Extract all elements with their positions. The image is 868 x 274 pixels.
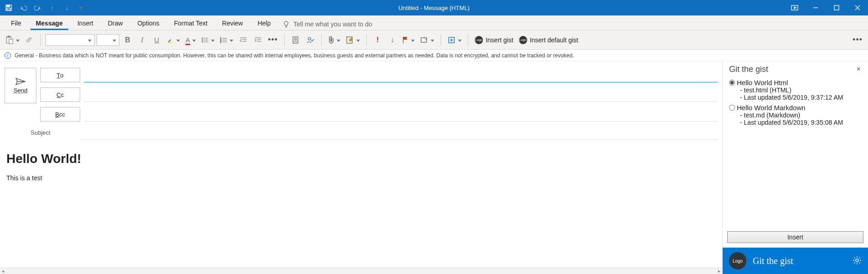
subject-field[interactable] <box>80 125 718 140</box>
title-bar: ↑ ↓ Untitled - Message (HTML) <box>0 0 868 15</box>
ribbon-overflow-button[interactable]: ••• <box>851 34 864 46</box>
highlight-button[interactable] <box>165 34 182 46</box>
numbering-button[interactable]: 123 <box>218 34 235 46</box>
tab-draw[interactable]: Draw <box>103 16 128 30</box>
to-button[interactable]: To <box>40 68 80 82</box>
undo-icon[interactable] <box>18 3 28 13</box>
tab-message[interactable]: Message <box>31 16 68 30</box>
tab-insert[interactable]: Insert <box>72 16 99 30</box>
panel-title: Git the gist <box>729 65 768 74</box>
tab-review[interactable]: Review <box>216 16 248 30</box>
bullets-button[interactable] <box>200 34 216 46</box>
ribbon-tabs: File Message Insert Draw Options Format … <box>0 15 868 30</box>
sensitivity-info-bar: i General - Business data which is NOT m… <box>0 50 868 61</box>
redo-icon[interactable] <box>33 3 43 13</box>
format-painter-button[interactable] <box>23 34 36 46</box>
svg-rect-1 <box>7 5 10 7</box>
horizontal-scrollbar[interactable]: ◄ ► <box>0 268 722 274</box>
panel-close-button[interactable]: × <box>854 64 863 74</box>
info-icon: i <box>5 52 11 59</box>
cc-field[interactable] <box>84 87 718 102</box>
compose-area: Send To Cc Bcc Subject Hello World! This… <box>0 61 722 274</box>
italic-button[interactable]: I <box>136 34 149 46</box>
svg-point-16 <box>202 40 203 41</box>
gist-file-label: test.html (HTML) <box>729 86 862 94</box>
svg-rect-12 <box>9 39 13 44</box>
decrease-indent-button[interactable] <box>237 34 250 46</box>
increase-indent-button[interactable] <box>252 34 264 46</box>
gist-file-label: test.md (Markdown) <box>729 112 862 119</box>
message-body[interactable]: Hello World! This is a test <box>5 140 718 186</box>
assign-policy-button[interactable] <box>418 34 436 46</box>
tell-me-search[interactable]: Tell me what you want to do <box>282 20 372 30</box>
svg-point-34 <box>308 37 311 40</box>
scroll-left-icon[interactable]: ◄ <box>1 269 5 274</box>
body-heading: Hello World! <box>6 152 716 166</box>
address-book-button[interactable] <box>289 34 302 46</box>
save-icon[interactable] <box>4 3 14 13</box>
bold-button[interactable]: B <box>121 34 134 46</box>
svg-point-14 <box>202 38 203 39</box>
ribbon-options-icon[interactable] <box>784 0 805 15</box>
settings-gear-icon[interactable] <box>853 256 862 266</box>
svg-rect-13 <box>168 42 172 43</box>
body-paragraph: This is a test <box>6 174 716 182</box>
gist-item[interactable]: Hello World Markdown test.md (Markdown) … <box>729 104 862 126</box>
attach-file-button[interactable] <box>326 34 342 46</box>
cc-button[interactable]: Cc <box>40 87 80 102</box>
underline-button[interactable]: U <box>150 34 163 46</box>
up-arrow-icon[interactable]: ↑ <box>47 3 57 13</box>
svg-rect-2 <box>7 8 10 10</box>
gist-radio[interactable] <box>729 80 735 86</box>
scroll-right-icon[interactable]: ► <box>717 269 721 274</box>
gist-item[interactable]: Hello World Html test.html (HTML) Last u… <box>729 79 862 101</box>
sensitivity-button[interactable] <box>446 34 463 46</box>
font-name-combo[interactable] <box>46 34 95 46</box>
paste-button[interactable] <box>4 34 21 46</box>
to-field[interactable] <box>84 68 718 82</box>
panel-insert-button[interactable]: Insert <box>727 231 863 243</box>
svg-rect-5 <box>834 5 839 10</box>
insert-default-gist-button[interactable]: Logo Insert default gist <box>517 34 580 46</box>
bcc-button[interactable]: Bcc <box>40 107 80 122</box>
gist-updated-label: Last updated 5/6/2019, 9:35:08 AM <box>729 119 862 126</box>
gist-title-label: Hello World Markdown <box>737 104 806 112</box>
info-text: General - Business data which is NOT mea… <box>15 52 574 59</box>
tab-help[interactable]: Help <box>252 16 276 30</box>
svg-point-18 <box>202 41 203 42</box>
send-button[interactable]: Send <box>5 68 36 103</box>
svg-point-33 <box>294 38 296 40</box>
footer-logo-icon: Logo <box>729 252 746 269</box>
close-button[interactable] <box>847 0 868 15</box>
subject-label: Subject <box>5 129 77 136</box>
high-importance-button[interactable]: ! <box>371 34 384 46</box>
insert-gist-button[interactable]: Logo Insert gist <box>473 34 515 46</box>
check-names-button[interactable] <box>304 34 317 46</box>
follow-up-button[interactable] <box>401 34 416 46</box>
gist-updated-label: Last updated 5/6/2019, 9:37:12 AM <box>729 94 862 101</box>
bcc-field[interactable] <box>84 107 718 122</box>
footer-title: Git the gist <box>753 256 793 266</box>
window-title: Untitled - Message (HTML) <box>398 5 469 11</box>
maximize-button[interactable] <box>826 0 847 15</box>
logo-icon: Logo <box>475 36 483 44</box>
signature-button[interactable] <box>344 34 362 46</box>
svg-text:3: 3 <box>220 41 221 43</box>
tab-file[interactable]: File <box>5 16 27 30</box>
tab-format-text[interactable]: Format Text <box>169 16 213 30</box>
font-color-button[interactable]: A <box>184 34 198 46</box>
gist-radio[interactable] <box>729 105 735 111</box>
low-importance-button[interactable]: ↓ <box>386 34 399 46</box>
addin-panel: Git the gist × Hello World Html test.htm… <box>722 61 868 274</box>
more-formatting-button[interactable]: ••• <box>266 34 280 46</box>
down-arrow-icon[interactable]: ↓ <box>62 3 72 13</box>
font-size-combo[interactable] <box>97 34 119 46</box>
qat-customize-icon[interactable] <box>77 3 83 13</box>
svg-point-39 <box>856 259 858 262</box>
panel-footer: Logo Git the gist <box>723 248 868 274</box>
logo-icon: Logo <box>519 36 527 44</box>
minimize-button[interactable] <box>805 0 826 15</box>
tab-options[interactable]: Options <box>132 16 164 30</box>
gist-list: Hello World Html test.html (HTML) Last u… <box>723 76 868 228</box>
lightbulb-icon <box>282 20 290 28</box>
